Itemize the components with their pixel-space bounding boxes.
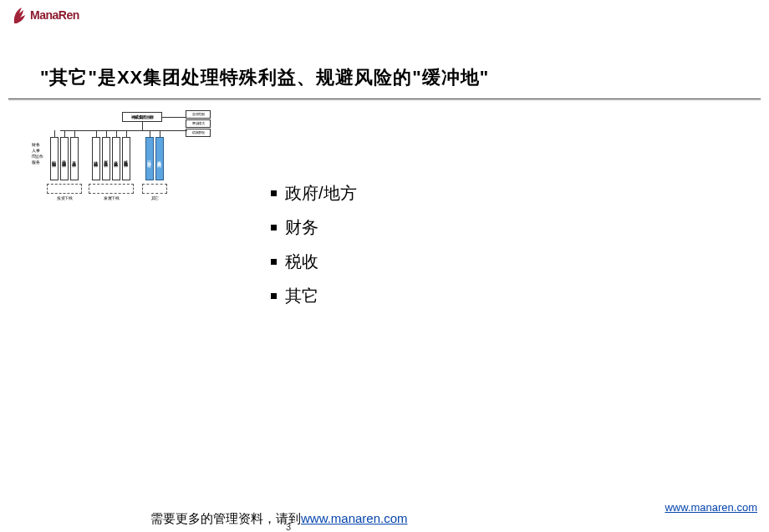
org-column: 神威高科技 [122, 137, 130, 180]
bullet-icon [271, 225, 277, 231]
org-group-box [142, 184, 167, 194]
org-column: 神威房地产 [60, 137, 69, 180]
org-column: 证券公司 [145, 137, 154, 180]
org-right-boxes: 业务范围 商业模式 绩效表现 [186, 110, 211, 138]
org-group-box [47, 184, 82, 194]
list-item: 财务 [271, 216, 357, 239]
org-left-labels: 财务 人事 IT/运作 服务 [32, 142, 43, 165]
title-underline-shadow [8, 100, 761, 101]
bullet-icon [271, 259, 277, 265]
corner-link-wrap: www.manaren.com [665, 501, 757, 514]
title-underline [8, 99, 761, 99]
list-item: 政府/地方 [271, 182, 357, 205]
org-connector [150, 130, 150, 137]
org-left-label: 财务 [32, 142, 43, 148]
page-title: "其它"是XX集团处理特殊利益、规避风险的"缓冲地" [40, 65, 489, 90]
org-column: 神威制药 [50, 137, 59, 180]
org-connector [162, 117, 186, 118]
org-column: 神威人资 [70, 137, 79, 180]
org-left-label: 服务 [32, 160, 43, 165]
bullet-icon [271, 293, 277, 299]
org-column: 神威发展 [102, 137, 110, 180]
org-connector [126, 130, 127, 137]
org-connector [116, 130, 117, 137]
bullet-text: 税收 [285, 251, 318, 273]
org-right-box: 业务范围 [186, 110, 211, 119]
logo: ManaRen [12, 5, 79, 25]
org-connector [96, 130, 97, 137]
org-connector [74, 130, 75, 137]
page-number: 3 [286, 522, 291, 532]
org-group-label: 投资下线 [47, 195, 82, 200]
org-connector [64, 130, 65, 137]
org-connector [106, 130, 107, 137]
title-suffix: 集团处理特殊利益、规避风险的"缓冲地" [143, 67, 489, 88]
org-group-label: 发展下线 [89, 195, 134, 200]
bullet-text: 财务 [285, 216, 318, 239]
org-left-label: IT/运作 [32, 154, 43, 160]
bullet-text: 政府/地方 [285, 182, 357, 205]
corner-link[interactable]: www.manaren.com [665, 501, 757, 514]
org-right-box: 绩效表现 [186, 129, 211, 137]
org-connector [160, 130, 160, 137]
org-left-label: 人事 [32, 148, 43, 154]
footer-link[interactable]: www.manaren.com [301, 511, 408, 525]
logo-text: ManaRen [30, 8, 79, 22]
org-top-box: 神威集团目标 [122, 112, 162, 122]
org-chart: 神威集团目标 业务范围 商业模式 绩效表现 财务 人事 IT/运作 服务 神威制… [32, 112, 211, 212]
org-group-box [89, 184, 134, 194]
org-column: 神威药业 [92, 137, 100, 180]
bullet-list: 政府/地方 财务 税收 其它 [271, 182, 357, 319]
org-right-box: 商业模式 [186, 119, 211, 128]
footer-text: 需要更多的管理资料，请到www.manaren.com [150, 511, 408, 527]
footer-prefix: 需要更多的管理资料，请到 [150, 511, 301, 525]
list-item: 其它 [271, 285, 357, 307]
org-connector [60, 130, 187, 131]
title-xx: XX [117, 67, 143, 88]
org-column: 药业投资 [155, 137, 164, 180]
org-group-label: 其它 [142, 195, 167, 200]
list-item: 税收 [271, 251, 357, 273]
logo-icon [12, 5, 28, 25]
title-prefix: "其它"是 [40, 67, 117, 88]
org-connector [142, 122, 143, 130]
bullet-text: 其它 [285, 285, 318, 307]
org-connector [54, 130, 55, 137]
org-column: 神威投资 [112, 137, 120, 180]
bullet-icon [271, 190, 277, 196]
